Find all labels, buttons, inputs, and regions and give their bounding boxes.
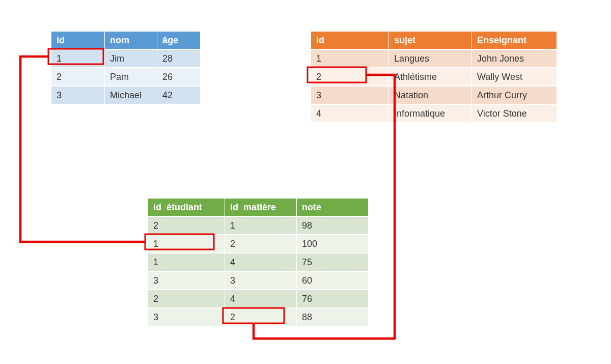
grades-table: id_étudiant id_matière note 2 1 98 1 2 1… (148, 198, 369, 327)
cell: 2 (148, 217, 225, 234)
cell: Victor Stone (472, 105, 557, 122)
cell: Langues (389, 50, 471, 67)
table-row: 4 Informatique Victor Stone (311, 105, 557, 122)
cell: Athlétisme (389, 68, 471, 86)
cell: Michael (105, 87, 157, 104)
col-nom: nom (105, 32, 157, 49)
students-table: id nom âge 1 Jim 28 2 Pam 26 3 Michael 4… (51, 31, 201, 105)
cell: 100 (297, 235, 368, 253)
cell: 1 (311, 50, 388, 67)
cell: 4 (225, 254, 296, 271)
table-row: 2 1 98 (148, 217, 368, 234)
cell: 4 (311, 105, 388, 122)
cell: 3 (148, 272, 225, 289)
cell: Informatique (389, 105, 471, 122)
cell: John Jones (472, 50, 557, 67)
cell: 3 (148, 309, 225, 326)
cell: 3 (51, 87, 104, 104)
cell: 26 (157, 68, 200, 86)
col-id-etudiant: id_étudiant (148, 199, 225, 216)
cell: 2 (51, 68, 104, 86)
table-row: 3 Natation Arthur Curry (311, 87, 557, 104)
table-row: 1 4 75 (148, 254, 368, 271)
cell: 1 (225, 217, 296, 234)
cell: 3 (311, 87, 388, 104)
cell: 1 (51, 50, 104, 67)
cell: 4 (225, 290, 296, 307)
cell: 88 (297, 309, 368, 326)
cell: 60 (297, 272, 368, 289)
cell: 2 (225, 309, 296, 326)
table-row: 3 2 88 (148, 309, 368, 326)
cell: 2 (311, 68, 388, 86)
table-row: 1 2 100 (148, 235, 368, 253)
table-row: 2 4 76 (148, 290, 368, 307)
subjects-table: id sujet Enseignant 1 Langues John Jones… (311, 31, 557, 123)
cell: 75 (297, 254, 368, 271)
cell: 1 (148, 254, 225, 271)
cell: Pam (105, 68, 157, 86)
cell: Wally West (472, 68, 557, 86)
col-id: id (51, 32, 104, 49)
col-age: âge (157, 32, 200, 49)
cell: 2 (225, 235, 296, 253)
cell: 2 (148, 290, 225, 307)
col-id-matiere: id_matière (225, 199, 296, 216)
col-note: note (297, 199, 368, 216)
table-row: 2 Pam 26 (51, 68, 200, 86)
table-row: 2 Athlétisme Wally West (311, 68, 557, 86)
col-enseignant: Enseignant (472, 32, 557, 49)
cell: Jim (105, 50, 157, 67)
cell: 1 (148, 235, 225, 253)
cell: Arthur Curry (472, 87, 557, 104)
diagram-canvas: id nom âge 1 Jim 28 2 Pam 26 3 Michael 4… (0, 0, 611, 364)
col-id: id (311, 32, 388, 49)
table-row: 1 Jim 28 (51, 50, 200, 67)
table-row: 3 Michael 42 (51, 87, 200, 104)
cell: 28 (157, 50, 200, 67)
cell: 3 (225, 272, 296, 289)
cell: 98 (297, 217, 368, 234)
table-row: 3 3 60 (148, 272, 368, 289)
cell: 76 (297, 290, 368, 307)
cell: 42 (157, 87, 200, 104)
cell: Natation (389, 87, 471, 104)
col-sujet: sujet (389, 32, 471, 49)
table-row: 1 Langues John Jones (311, 50, 557, 67)
